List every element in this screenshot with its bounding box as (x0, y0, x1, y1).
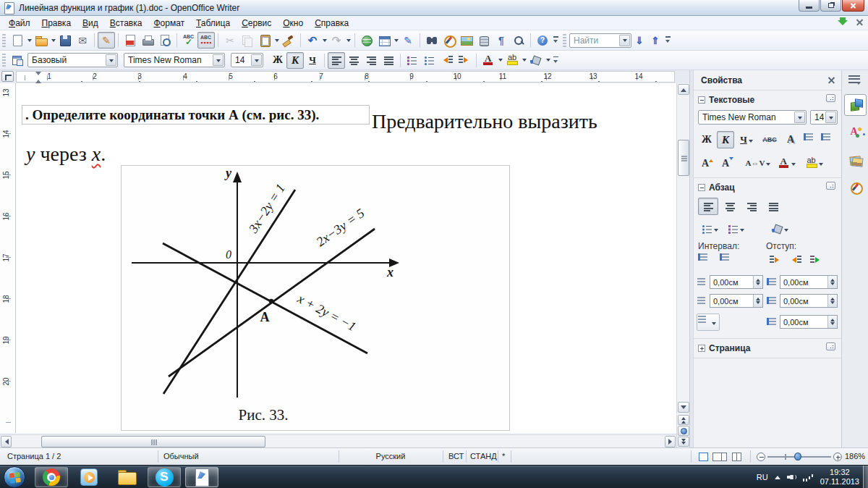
underline-button[interactable]: Ч (304, 52, 321, 69)
book-view-icon[interactable] (732, 453, 741, 461)
horizontal-scroll-thumb[interactable] (41, 436, 265, 447)
dropdown-icon[interactable] (749, 140, 753, 145)
toolbar-grip[interactable] (2, 54, 6, 67)
dropdown-icon[interactable] (766, 163, 770, 168)
sidebar-numbered-list-button[interactable] (724, 220, 747, 237)
data-sources-button[interactable] (475, 32, 493, 49)
new-document-dropdown[interactable] (26, 32, 33, 49)
undo-dropdown[interactable] (321, 32, 328, 49)
language-field[interactable]: Русский (339, 452, 443, 460)
collapse-icon[interactable] (698, 96, 705, 104)
update-download-icon[interactable] (838, 17, 848, 28)
spacing-above-spinner[interactable]: 0,00см (710, 275, 763, 289)
styles-window-button[interactable] (9, 52, 26, 69)
language-indicator[interactable]: RU (757, 473, 768, 481)
background-color-dropdown[interactable] (545, 52, 551, 69)
page-style-field[interactable]: Обычный (163, 452, 199, 460)
document-page[interactable]: . Определите координаты точки А (см. рис… (16, 83, 676, 433)
dropdown-icon[interactable] (740, 229, 744, 234)
bold-button[interactable]: Ж (269, 52, 286, 69)
modified-flag[interactable]: * (502, 452, 505, 460)
font-size-dropdown-icon[interactable] (251, 54, 262, 66)
menu-edit[interactable]: Правка (36, 17, 77, 30)
sidebar-align-left-button[interactable] (698, 198, 718, 215)
find-dropdown-icon[interactable] (619, 35, 630, 46)
increase-spacing-button[interactable] (804, 131, 821, 148)
dropdown-icon[interactable] (825, 112, 836, 123)
find-toolbar-grip[interactable] (563, 34, 566, 47)
menu-table[interactable]: Таблица (190, 17, 236, 30)
toolbar-overflow-icon[interactable] (551, 52, 561, 69)
export-pdf-button[interactable] (122, 32, 139, 49)
taskbar-media-player-button[interactable] (72, 467, 106, 487)
toolbar-grip[interactable] (2, 34, 6, 47)
sidebar-menu-icon[interactable] (848, 75, 860, 84)
edit-file-button[interactable]: ✎ (98, 32, 115, 49)
single-page-view-icon[interactable] (699, 453, 708, 461)
network-signal-icon[interactable] (803, 473, 814, 481)
titlebar[interactable]: Линейная функция и график (1).doc - Open… (0, 0, 868, 16)
new-document-button[interactable] (9, 32, 26, 49)
sidebar-tab-styles[interactable] (844, 122, 867, 143)
decrease-font-button[interactable]: A (718, 154, 737, 172)
zoom-button[interactable] (510, 32, 527, 49)
sidebar-italic-button[interactable]: К (717, 131, 734, 148)
spacing-below-button[interactable] (720, 251, 740, 269)
undo-button[interactable]: ↶ (304, 32, 321, 49)
style-dropdown-icon[interactable] (106, 54, 116, 66)
zoom-slider-thumb[interactable] (794, 453, 801, 460)
print-button[interactable] (139, 32, 156, 49)
font-name-combobox[interactable]: Times New Roman (124, 53, 225, 67)
format-paintbrush-button[interactable] (280, 32, 297, 49)
dropdown-icon[interactable] (794, 112, 805, 123)
sidebar-align-center-button[interactable] (720, 198, 740, 215)
vertical-scroll-thumb[interactable] (678, 140, 689, 176)
justify-button[interactable] (380, 52, 397, 69)
first-line-indent-spinner[interactable]: 0,00см (780, 315, 838, 329)
sidebar-shadow-button[interactable]: A (782, 131, 799, 148)
highlighting-dropdown[interactable] (521, 52, 527, 69)
redo-dropdown[interactable] (345, 32, 352, 49)
font-dropdown-icon[interactable] (213, 54, 224, 66)
insert-table-dropdown[interactable] (393, 32, 399, 49)
character-spacing-button[interactable]: A⇔V (746, 154, 770, 172)
sidebar-justify-button[interactable] (763, 198, 783, 215)
sidebar-increase-indent-button[interactable] (766, 251, 785, 269)
auto-spellcheck-button[interactable] (197, 32, 215, 49)
spinner-arrows[interactable] (753, 276, 762, 288)
insert-mode-field[interactable]: ВСТ (448, 452, 464, 460)
hanging-indent-button[interactable] (807, 251, 825, 269)
indent-after-spinner[interactable]: 0,00см (780, 294, 838, 308)
navigator-button[interactable] (441, 32, 458, 49)
taskbar-chrome-button[interactable] (35, 467, 68, 487)
scroll-right-button[interactable] (665, 436, 676, 447)
open-dropdown[interactable] (50, 32, 56, 49)
indent-before-spinner[interactable]: 0,00см (780, 275, 838, 289)
menu-insert[interactable]: Вставка (104, 17, 148, 30)
sidebar-strikethrough-button[interactable]: ABC (759, 131, 780, 148)
spinner-arrows[interactable] (827, 316, 837, 328)
find-combobox[interactable]: Найти (569, 33, 631, 48)
tab-type-selector[interactable] (1, 71, 14, 82)
increase-font-button[interactable]: A (698, 154, 717, 172)
spellcheck-button[interactable] (180, 32, 197, 49)
next-page-button[interactable] (678, 437, 689, 447)
font-color-dropdown[interactable] (497, 52, 503, 69)
font-size-combobox[interactable]: 14 (231, 53, 263, 67)
email-button[interactable]: ✉ (74, 32, 91, 49)
copy-button[interactable] (239, 32, 256, 49)
sidebar-bullet-list-button[interactable] (698, 220, 721, 237)
dropdown-icon[interactable] (784, 229, 788, 234)
align-center-button[interactable] (345, 52, 362, 69)
spinner-arrows[interactable] (753, 295, 762, 307)
sidebar-highlight-button[interactable] (802, 154, 825, 172)
navigation-dot-button[interactable] (678, 426, 689, 436)
find-next-button[interactable]: ⇓ (631, 33, 647, 49)
menu-view[interactable]: Вид (77, 17, 104, 30)
sidebar-underline-button[interactable]: Ч (736, 131, 757, 148)
dropdown-icon[interactable] (819, 163, 823, 168)
start-button[interactable] (4, 466, 25, 488)
horizontal-scrollbar[interactable] (0, 434, 676, 447)
hyperlink-button[interactable] (358, 32, 375, 49)
sidebar-font-size-combobox[interactable]: 14 (810, 110, 838, 125)
